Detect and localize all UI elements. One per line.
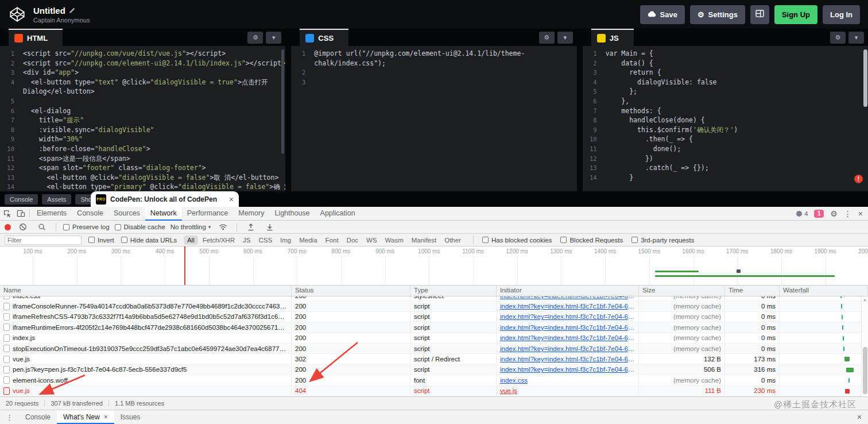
initiator-link[interactable]: index.html?key=index.html-f3c7c1bf-7e04-… [500,313,635,320]
close-tab-icon[interactable]: × [104,410,108,424]
initiator-link[interactable]: index.html?key=index.html-f3c7c1bf-7e04-… [500,334,635,341]
filter-chip-ws[interactable]: WS [363,236,381,245]
devtools-tab-performance[interactable]: Performance [182,207,234,221]
code-editor-css[interactable]: 1@import url("//unpkg.com/element-ui@2.1… [291,46,576,191]
save-button[interactable]: Save [640,5,685,24]
panel-settings-button-html[interactable]: ⚙ [247,32,263,44]
request-row-5[interactable]: stopExecutionOnTimeout-1b93190375e9ccc25… [0,344,861,354]
clear-network-log-icon[interactable] [16,221,30,233]
pen-title[interactable]: Untitled [33,6,90,16]
initiator-link[interactable]: index.css [500,377,528,384]
column-header-time[interactable]: Time [725,286,780,296]
devtools-settings-icon[interactable]: ⚙ [830,210,838,218]
console-bar-button-assets[interactable]: Assets [42,194,71,205]
filter-chip-font[interactable]: Font [322,236,342,245]
network-filter-input[interactable] [5,236,82,245]
request-row-2[interactable]: iframeRefreshCSS-4793b73c6332f7f14a9b6bb… [0,312,861,322]
column-header-initiator[interactable]: Initiator [497,286,639,296]
panel-settings-button-css[interactable]: ⚙ [539,32,555,44]
hide-data-urls-checkbox[interactable]: Hide data URLs [121,237,177,244]
disable-cache-checkbox[interactable]: Disable cache [115,223,165,230]
panel-tab-html[interactable]: HTML [9,29,63,46]
request-row-4[interactable]: index.js200scriptindex.html?key=index.ht… [0,333,861,344]
column-header-type[interactable]: Type [410,286,497,296]
initiator-link[interactable]: index.html?key=index.html-f3c7c1bf-7e04-… [500,366,635,373]
network-overview[interactable]: 100 ms200 ms300 ms400 ms500 ms600 ms700 … [0,246,868,286]
request-row-9[interactable]: vue.js404scriptvue.js111 B230 ms [0,386,861,396]
signup-button[interactable]: Sign Up [774,5,817,24]
drawer-tab-issues[interactable]: Issues [114,410,147,424]
preserve-log-checkbox[interactable]: Preserve log [63,223,110,230]
blocked-requests-checkbox[interactable]: Blocked Requests [560,237,623,244]
request-row-0[interactable]: index.css200stylesheetindex.html?key=ind… [0,296,861,301]
devtools-close-icon[interactable]: × [858,210,863,218]
devtools-tab-network[interactable]: Network [145,207,182,221]
initiator-link[interactable]: vue.js [500,387,517,394]
filter-chip-all[interactable]: All [184,236,198,245]
3rd-party-requests-checkbox[interactable]: 3rd-party requests [631,237,694,244]
search-icon[interactable] [35,221,49,233]
panel-collapse-button-html[interactable]: ▾ [266,32,281,44]
table-scrollbar[interactable]: ▲ [861,296,868,396]
filter-chip-manifest[interactable]: Manifest [408,236,440,245]
panel-tab-js[interactable]: JS [591,29,634,46]
initiator-link[interactable]: index.html?key=index.html-f3c7c1bf-7e04-… [500,324,635,331]
drawer-tab-what-s-new[interactable]: What's New× [57,410,114,424]
network-conditions-icon[interactable] [216,221,230,233]
console-errors-badge[interactable]: 4 [796,210,808,217]
scroll-up-icon[interactable]: ▲ [862,298,868,302]
editor-scrollbar[interactable] [863,49,867,107]
initiator-link[interactable]: index.html?key=index.html-f3c7c1bf-7e04-… [500,303,635,310]
login-button[interactable]: Log In [823,5,860,24]
column-header-status[interactable]: Status [292,286,410,296]
filter-chip-fetch-xhr[interactable]: Fetch/XHR [199,236,238,245]
devtools-tab-sources[interactable]: Sources [108,207,145,221]
panel-tab-css[interactable]: CSS [300,29,348,46]
browser-tab[interactable]: PRO CodePen: Unlock all of CodePen × [91,191,239,207]
html-editor-scrollbar[interactable] [281,49,284,154]
panel-collapse-button-js[interactable]: ▾ [848,32,864,44]
change-view-button[interactable] [750,5,769,24]
filter-chip-doc[interactable]: Doc [343,236,362,245]
request-row-6[interactable]: vue.js302script / Redirectindex.html?key… [0,354,861,364]
request-row-1[interactable]: iframeConsoleRunner-7549a40147ccd0ba0a6b… [0,301,861,311]
devtools-tab-memory[interactable]: Memory [233,207,269,221]
device-toolbar-icon[interactable] [14,207,28,220]
settings-button[interactable]: ⚙ Settings [690,5,745,24]
record-network-log-button[interactable] [5,224,11,230]
initiator-link[interactable]: index.html?key=index.html-f3c7c1bf-7e04-… [500,296,635,299]
devtools-tab-lighthouse[interactable]: Lighthouse [269,207,315,221]
drawer-close-icon[interactable]: × [851,413,868,422]
import-har-icon[interactable] [244,221,258,233]
request-row-8[interactable]: element-icons.woff200fontindex.css(memor… [0,375,861,386]
panel-collapse-button-css[interactable]: ▾ [557,32,573,44]
filter-chip-js[interactable]: JS [239,236,254,245]
devtools-tab-application[interactable]: Application [315,207,361,221]
export-har-icon[interactable] [263,221,277,233]
has-blocked-cookies-checkbox[interactable]: Has blocked cookies [482,237,552,244]
filter-chip-media[interactable]: Media [296,236,320,245]
devtools-tab-console[interactable]: Console [72,207,108,221]
tab-close-icon[interactable]: × [229,195,234,204]
code-editor-js[interactable]: 1var Main = {2 data() {3 return {4 dialo… [583,46,868,191]
request-row-3[interactable]: iframeRuntimeErrors-4f205f2c14e769b448bc… [0,322,861,333]
filter-chip-other[interactable]: Other [441,236,464,245]
scrollbar-thumb[interactable] [863,347,867,394]
filter-chip-css[interactable]: CSS [255,236,276,245]
code-editor-html[interactable]: 1<script src="//unpkg.com/vue/dist/vue.j… [0,46,285,191]
invert-checkbox[interactable]: Invert [88,237,114,244]
filter-chip-img[interactable]: Img [277,236,294,245]
console-bar-button-console[interactable]: Console [5,194,38,205]
issues-badge[interactable]: 1 [814,210,824,218]
column-header-name[interactable]: Name [0,286,292,296]
codepen-logo-icon[interactable] [8,5,26,24]
drawer-menu-icon[interactable]: ⋮ [0,413,19,422]
initiator-link[interactable]: index.html?key=index.html-f3c7c1bf-7e04-… [500,345,635,352]
devtools-menu-icon[interactable]: ⋮ [844,210,852,218]
drawer-tab-console[interactable]: Console [19,410,57,424]
edit-pencil-icon[interactable] [69,6,75,16]
inspect-element-icon[interactable] [0,207,14,220]
devtools-tab-elements[interactable]: Elements [32,207,72,221]
column-header-size[interactable]: Size [639,286,725,296]
initiator-link[interactable]: index.html?key=index.html-f3c7c1bf-7e04-… [500,356,635,363]
